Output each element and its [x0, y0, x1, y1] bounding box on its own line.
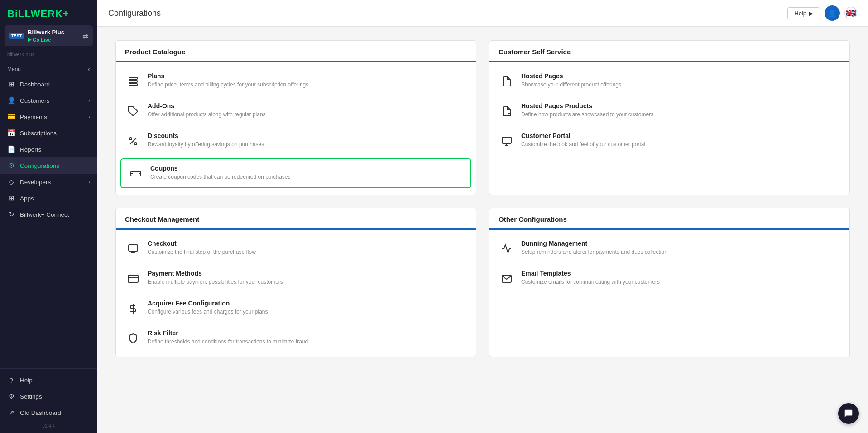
language-flag[interactable]: 🇬🇧: [844, 7, 857, 19]
content-area: Product Catalogue Plans Define price, te…: [97, 27, 868, 433]
plans-item[interactable]: Plans Define price, terms and billing cy…: [116, 66, 476, 96]
svg-rect-17: [129, 245, 138, 251]
other-configurations-header: Other Configurations: [489, 208, 849, 230]
addons-desc: Offer additional products along with reg…: [148, 111, 266, 119]
sidebar-item-subscriptions[interactable]: 📅 Subscriptions: [0, 125, 97, 141]
plans-title: Plans: [148, 72, 308, 80]
addons-title: Add-Ons: [148, 102, 266, 109]
svg-point-12: [508, 113, 511, 116]
page-title: Configurations: [108, 9, 161, 18]
collapse-icon[interactable]: ‹: [88, 65, 90, 73]
hosted-pages-products-desc: Define how products are showcased to you…: [521, 111, 653, 119]
discounts-title: Discounts: [148, 132, 264, 139]
coupons-item[interactable]: Coupons Create coupon codes that can be …: [120, 158, 471, 188]
sidebar-item-settings[interactable]: ⚙ Settings: [0, 388, 97, 404]
email-templates-item[interactable]: Email Templates Customize emails for com…: [489, 263, 849, 293]
sidebar-item-help[interactable]: ? Help: [0, 372, 97, 388]
acquirer-fee-text: Acquirer Fee Configuration Configure var…: [148, 300, 268, 316]
chat-bubble[interactable]: [838, 403, 859, 424]
svg-rect-14: [502, 137, 511, 143]
sidebar-item-old-dashboard[interactable]: ↗ Old Dashboard: [0, 404, 97, 421]
checkout-text: Checkout Customize the final step of the…: [148, 240, 256, 256]
sidebar-item-configurations[interactable]: ⚙ Configurations: [0, 157, 97, 174]
product-catalogue-card: Product Catalogue Plans Define price, te…: [115, 40, 476, 195]
discounts-item[interactable]: Discounts Reward loyalty by offering sav…: [116, 126, 476, 156]
sidebar-item-payments[interactable]: 💳 Payments ›: [0, 109, 97, 125]
risk-filter-icon: [125, 330, 141, 347]
dunning-management-desc: Setup reminders and alerts for payments …: [521, 248, 667, 256]
addons-text: Add-Ons Offer additional products along …: [148, 102, 266, 119]
payments-icon: 💳: [7, 113, 15, 121]
email-templates-text: Email Templates Customize emails for com…: [521, 270, 660, 286]
email-templates-desc: Customize emails for communicating with …: [521, 278, 660, 286]
customer-self-service-card: Customer Self Service Hosted Pages Showc…: [489, 40, 850, 195]
svg-point-6: [134, 143, 137, 145]
sidebar-item-billwerk-connect[interactable]: ↻ Billwerk+ Connect: [0, 206, 97, 223]
svg-rect-2: [129, 84, 137, 86]
customer-self-service-body: Hosted Pages Showcase your different pro…: [489, 62, 849, 159]
user-avatar[interactable]: 👤: [825, 5, 840, 21]
coupons-wrapper: Coupons Create coupon codes that can be …: [116, 158, 476, 188]
topbar: Configurations Help ▶ 👤 🇬🇧: [97, 0, 868, 27]
account-block[interactable]: TEST Billwerk Plus ▶ Go Live ⇄: [5, 25, 93, 46]
sidebar-item-label: Dashboard: [20, 81, 50, 88]
product-catalogue-body: Plans Define price, terms and billing cy…: [116, 62, 476, 195]
acquirer-fee-item[interactable]: Acquirer Fee Configuration Configure var…: [116, 293, 476, 323]
dunning-management-title: Dunning Management: [521, 240, 667, 247]
discounts-icon: [125, 133, 141, 149]
help-button[interactable]: Help ▶: [787, 7, 820, 19]
sidebar-item-reports[interactable]: 📄 Reports: [0, 141, 97, 157]
chevron-right-icon: ›: [88, 114, 90, 119]
sidebar-item-label: Configurations: [20, 162, 59, 169]
addons-item[interactable]: Add-Ons Offer additional products along …: [116, 96, 476, 126]
hosted-pages-products-item[interactable]: Hosted Pages Products Define how product…: [489, 96, 849, 126]
hosted-pages-text: Hosted Pages Showcase your different pro…: [521, 72, 621, 89]
go-live-link[interactable]: ▶ Go Live: [28, 37, 79, 43]
checkout-management-header: Checkout Management: [116, 208, 476, 230]
sidebar-item-developers[interactable]: ◇ Developers ›: [0, 174, 97, 190]
payment-methods-item[interactable]: Payment Methods Enable multiple payment …: [116, 263, 476, 293]
sidebar-item-label: Settings: [20, 393, 42, 400]
hosted-pages-item[interactable]: Hosted Pages Showcase your different pro…: [489, 66, 849, 96]
chevron-right-icon: ›: [88, 98, 90, 103]
plans-desc: Define price, terms and billing cycles f…: [148, 81, 308, 89]
customer-portal-item[interactable]: Customer Portal Customize the look and f…: [489, 126, 849, 156]
sidebar-bottom: ? Help ⚙ Settings ↗ Old Dashboard v1.4.4: [0, 368, 97, 433]
risk-filter-item[interactable]: Risk Filter Define thresholds and condit…: [116, 323, 476, 353]
old-dashboard-icon: ↗: [7, 409, 15, 417]
checkout-title: Checkout: [148, 240, 256, 247]
switch-icon[interactable]: ⇄: [82, 32, 88, 40]
configurations-icon: ⚙: [7, 162, 15, 170]
customer-portal-text: Customer Portal Customize the look and f…: [521, 132, 645, 148]
plans-icon: [125, 73, 141, 90]
checkout-item[interactable]: Checkout Customize the final step of the…: [116, 233, 476, 263]
discounts-text: Discounts Reward loyalty by offering sav…: [148, 132, 264, 148]
customer-portal-icon: [499, 133, 515, 149]
dashboard-icon: ⊞: [7, 80, 15, 88]
menu-label: Menu ‹: [0, 61, 97, 76]
sidebar-item-customers[interactable]: 👤 Customers ›: [0, 92, 97, 109]
customers-icon: 👤: [7, 96, 15, 105]
dunning-management-text: Dunning Management Setup reminders and a…: [521, 240, 667, 256]
coupons-text: Coupons Create coupon codes that can be …: [150, 165, 291, 181]
svg-rect-1: [129, 81, 137, 82]
plans-text: Plans Define price, terms and billing cy…: [148, 72, 308, 89]
customer-portal-desc: Customize the look and feel of your cust…: [521, 141, 645, 148]
addons-icon: [125, 103, 141, 119]
logo: BiLLWERK+: [0, 0, 97, 25]
checkout-management-card: Checkout Management Checkout Customize t…: [115, 208, 476, 357]
coupons-title: Coupons: [150, 165, 291, 172]
risk-filter-title: Risk Filter: [148, 329, 308, 337]
customer-self-service-header: Customer Self Service: [489, 41, 849, 62]
checkout-desc: Customize the final step of the purchase…: [148, 248, 256, 256]
sidebar-item-label: Reports: [20, 146, 41, 153]
other-configurations-body: Dunning Management Setup reminders and a…: [489, 230, 849, 297]
chevron-right-icon: ›: [88, 179, 90, 185]
sidebar-item-dashboard[interactable]: ⊞ Dashboard: [0, 76, 97, 92]
customer-portal-title: Customer Portal: [521, 132, 645, 139]
hosted-pages-title: Hosted Pages: [521, 72, 621, 80]
dunning-management-item[interactable]: Dunning Management Setup reminders and a…: [489, 233, 849, 263]
checkout-icon: [125, 241, 141, 257]
sidebar-item-apps[interactable]: ⊞ Apps: [0, 190, 97, 206]
sidebar-item-label: Help: [20, 377, 33, 384]
